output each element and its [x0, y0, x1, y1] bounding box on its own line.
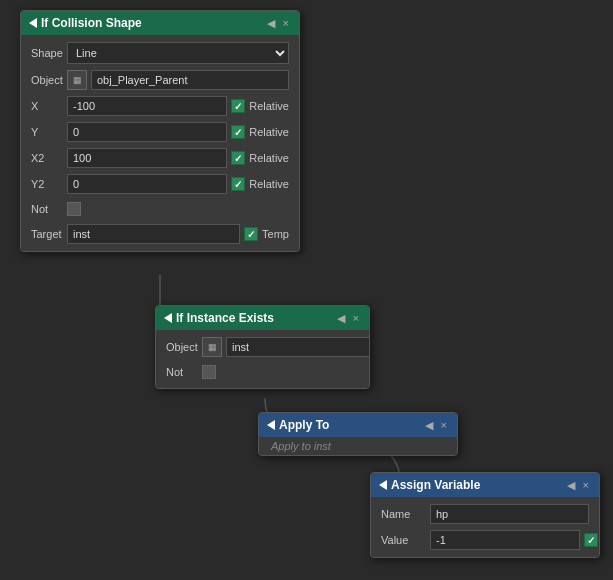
target-row: Target Temp [27, 221, 293, 247]
x2-relative-checkbox[interactable] [231, 151, 245, 165]
apply-to-header: Apply To ◀ × [259, 413, 457, 437]
instance-not-checkbox[interactable] [202, 365, 216, 379]
instance-object-label: Object [166, 341, 198, 353]
instance-collapse-icon [164, 313, 172, 323]
not-row: Not [27, 197, 293, 221]
assign-dropdown-btn[interactable]: ◀ [565, 480, 577, 491]
collision-shape-header: If Collision Shape ◀ × [21, 11, 299, 35]
y-input[interactable] [67, 122, 227, 142]
x2-label: X2 [31, 152, 63, 164]
instance-exists-title: If Instance Exists [176, 311, 274, 325]
x2-relative-label: Relative [249, 152, 289, 164]
apply-close-btn[interactable]: × [439, 420, 449, 431]
instance-exists-header: If Instance Exists ◀ × [156, 306, 369, 330]
shape-row: Shape Line Rectangle Ellipse [27, 39, 293, 67]
temp-label: Temp [262, 228, 289, 240]
apply-dropdown-btn[interactable]: ◀ [423, 420, 435, 431]
object-label: Object [31, 74, 63, 86]
assign-value-label: Value [381, 534, 426, 546]
target-label: Target [31, 228, 63, 240]
assign-variable-header: Assign Variable ◀ × [371, 473, 599, 497]
collision-close-btn[interactable]: × [281, 18, 291, 29]
apply-to-node: Apply To ◀ × Apply to inst [258, 412, 458, 456]
x2-row: X2 Relative [27, 145, 293, 171]
y2-relative-label: Relative [249, 178, 289, 190]
apply-hint: Apply to inst [265, 436, 337, 456]
object-row: Object ▦ [27, 67, 293, 93]
assign-variable-node: Assign Variable ◀ × Name Value Relative [370, 472, 600, 558]
y2-label: Y2 [31, 178, 63, 190]
assign-close-btn[interactable]: × [581, 480, 591, 491]
y-relative-checkbox[interactable] [231, 125, 245, 139]
collapse-icon [29, 18, 37, 28]
collision-shape-node: If Collision Shape ◀ × Shape Line Rectan… [20, 10, 300, 252]
assign-value-row: Value Relative [377, 527, 593, 553]
assign-name-label: Name [381, 508, 426, 520]
collision-dropdown-btn[interactable]: ◀ [265, 18, 277, 29]
instance-dropdown-btn[interactable]: ◀ [335, 313, 347, 324]
shape-select[interactable]: Line Rectangle Ellipse [67, 42, 289, 64]
instance-object-input[interactable] [226, 337, 370, 357]
x2-input[interactable] [67, 148, 227, 168]
not-checkbox[interactable] [67, 202, 81, 216]
object-icon[interactable]: ▦ [67, 70, 87, 90]
collision-shape-title: If Collision Shape [41, 16, 142, 30]
instance-not-label: Not [166, 366, 198, 378]
object-input[interactable] [91, 70, 289, 90]
apply-collapse-icon [267, 420, 275, 430]
instance-close-btn[interactable]: × [351, 313, 361, 324]
y-label: Y [31, 126, 63, 138]
instance-not-row: Not [162, 360, 363, 384]
apply-to-title: Apply To [279, 418, 329, 432]
instance-object-row: Object ▦ [162, 334, 363, 360]
assign-name-input[interactable] [430, 504, 589, 524]
x-row: X Relative [27, 93, 293, 119]
assign-variable-title: Assign Variable [391, 478, 480, 492]
instance-exists-node: If Instance Exists ◀ × Object ▦ Not [155, 305, 370, 389]
y-relative-label: Relative [249, 126, 289, 138]
x-label: X [31, 100, 63, 112]
assign-collapse-icon [379, 480, 387, 490]
assign-name-row: Name [377, 501, 593, 527]
y2-row: Y2 Relative [27, 171, 293, 197]
x-relative-checkbox[interactable] [231, 99, 245, 113]
instance-object-icon[interactable]: ▦ [202, 337, 222, 357]
temp-checkbox[interactable] [244, 227, 258, 241]
not-label: Not [31, 203, 63, 215]
target-input[interactable] [67, 224, 240, 244]
assign-value-input[interactable] [430, 530, 580, 550]
y2-input[interactable] [67, 174, 227, 194]
y-row: Y Relative [27, 119, 293, 145]
x-relative-label: Relative [249, 100, 289, 112]
assign-relative-checkbox[interactable] [584, 533, 598, 547]
shape-label: Shape [31, 47, 63, 59]
y2-relative-checkbox[interactable] [231, 177, 245, 191]
x-input[interactable] [67, 96, 227, 116]
